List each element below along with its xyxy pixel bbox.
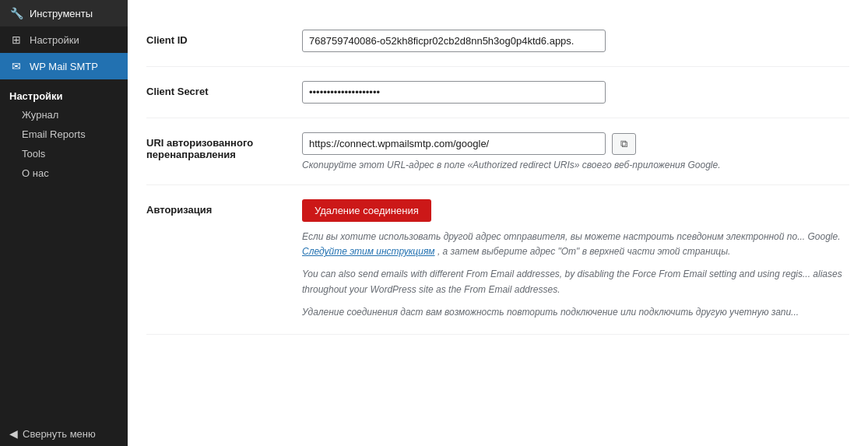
authorization-row: Авторизация Удаление соединения Если вы …	[146, 185, 849, 335]
sidebar-item-wpmail[interactable]: ✉ WP Mail SMTP	[0, 53, 128, 79]
client-secret-row: Client Secret	[146, 67, 849, 118]
client-secret-content	[302, 81, 849, 104]
auth-text-3: Удаление соединения даст вам возможность…	[302, 305, 847, 320]
client-id-row: Client ID	[146, 16, 849, 67]
authorization-label: Авторизация	[146, 199, 302, 216]
client-secret-input[interactable]	[302, 81, 606, 104]
redirect-uri-content: ⧉ Скопируйте этот URL-адрес в поле «Auth…	[302, 132, 849, 170]
copy-uri-button[interactable]: ⧉	[612, 133, 636, 155]
sidebar-sub-item-email-reports[interactable]: Email Reports	[0, 125, 128, 144]
copy-icon: ⧉	[620, 138, 627, 149]
settings-icon: ⊞	[9, 33, 23, 47]
redirect-uri-row: URI авторизованного перенаправления ⧉ Ск…	[146, 118, 849, 185]
sidebar-sub-section: Настройки Журнал Email Reports Tools О н…	[0, 79, 128, 183]
client-id-input[interactable]	[302, 30, 606, 52]
sidebar-item-tools[interactable]: 🔧 Инструменты	[0, 0, 128, 26]
collapse-label: Свернуть меню	[23, 428, 96, 440]
sidebar-sub-item-tools[interactable]: Tools	[0, 144, 128, 163]
wpmail-icon: ✉	[9, 59, 23, 73]
delete-connection-label: Удаление соединения	[315, 205, 419, 216]
client-id-label: Client ID	[146, 30, 302, 46]
auth-text-2: You can also send emails with different …	[302, 267, 847, 297]
sidebar: 🔧 Инструменты ⊞ Настройки ✉ WP Mail SMTP…	[0, 0, 128, 446]
sidebar-sub-item-journal[interactable]: Журнал	[0, 105, 128, 125]
tools-icon: 🔧	[9, 6, 23, 20]
authorization-content: Удаление соединения Если вы хотите испол…	[302, 199, 849, 320]
collapse-icon: ◀	[9, 427, 18, 440]
auth-link[interactable]: Следуйте этим инструкциям	[302, 246, 435, 257]
sidebar-section-title: Настройки	[0, 83, 128, 105]
auth-text-1: Если вы хотите использовать другой адрес…	[302, 230, 847, 259]
sidebar-item-tools-label: Инструменты	[30, 8, 93, 19]
main-content: Client ID Client Secret URI авторизованн…	[128, 0, 868, 446]
sidebar-sub-item-about[interactable]: О нас	[0, 163, 128, 183]
sidebar-item-settings-label: Настройки	[30, 34, 79, 46]
collapse-menu-button[interactable]: ◀ Свернуть меню	[0, 421, 128, 446]
sidebar-item-wpmail-label: WP Mail SMTP	[30, 61, 98, 72]
client-id-content	[302, 30, 849, 52]
client-secret-label: Client Secret	[146, 81, 302, 97]
sidebar-item-settings[interactable]: ⊞ Настройки	[0, 26, 128, 53]
redirect-uri-input-group: ⧉	[302, 132, 849, 155]
redirect-uri-hint: Скопируйте этот URL-адрес в поле «Author…	[302, 160, 849, 170]
redirect-uri-label: URI авторизованного перенаправления	[146, 132, 302, 160]
delete-connection-button[interactable]: Удаление соединения	[302, 199, 431, 222]
redirect-uri-input[interactable]	[302, 132, 606, 155]
